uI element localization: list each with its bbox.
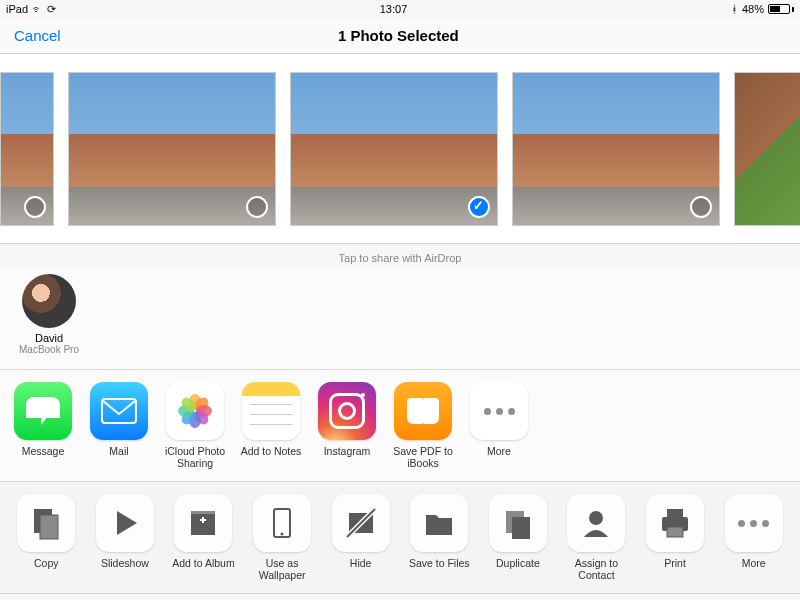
photo-thumbnail[interactable]: [734, 72, 800, 226]
app-label: Message: [12, 445, 74, 457]
photo-image: [68, 72, 276, 226]
play-icon: [96, 494, 154, 552]
files-icon: [410, 494, 468, 552]
action-label: Hide: [326, 557, 395, 569]
action-label: Save to Files: [405, 557, 474, 569]
svg-rect-0: [102, 399, 136, 423]
airdrop-row: David MacBook Pro: [0, 270, 800, 370]
svg-rect-14: [512, 517, 530, 539]
action-label: Use as Wallpaper: [248, 557, 317, 581]
page-title: 1 Photo Selected: [11, 27, 786, 44]
selection-indicator[interactable]: [468, 196, 490, 218]
notes-icon: [242, 382, 300, 440]
ibooks-icon: [394, 382, 452, 440]
airdrop-hint: Tap to share with AirDrop: [0, 244, 800, 270]
action-label: Duplicate: [484, 557, 553, 569]
action-files[interactable]: Save to Files: [405, 494, 474, 581]
photo-thumbnail[interactable]: [512, 72, 720, 226]
svg-rect-16: [667, 509, 683, 517]
clock: 13:07: [56, 3, 731, 15]
app-label: More: [468, 445, 530, 457]
action-label: More: [719, 557, 788, 569]
action-hide[interactable]: Hide: [326, 494, 395, 581]
copy-icon: [17, 494, 75, 552]
svg-rect-6: [202, 517, 204, 523]
device-label: iPad: [6, 3, 28, 15]
photo-thumbnail[interactable]: [68, 72, 276, 226]
share-app-mail[interactable]: Mail: [88, 382, 150, 469]
action-play[interactable]: Slideshow: [91, 494, 160, 581]
svg-point-9: [281, 533, 284, 536]
selection-indicator[interactable]: [246, 196, 268, 218]
action-label: Add to Album: [169, 557, 238, 569]
action-label: Copy: [12, 557, 81, 569]
svg-rect-7: [191, 511, 215, 514]
share-app-ibooks[interactable]: Save PDF to iBooks: [392, 382, 454, 469]
action-more[interactable]: More: [719, 494, 788, 581]
contact-icon: [567, 494, 625, 552]
sync-icon: ⟳: [47, 3, 56, 16]
action-copy[interactable]: Copy: [12, 494, 81, 581]
action-duplicate[interactable]: Duplicate: [484, 494, 553, 581]
share-app-instagram[interactable]: Instagram: [316, 382, 378, 469]
photo-thumbnail[interactable]: [0, 72, 54, 226]
share-apps-row: MessageMailiCloud Photo SharingAdd to No…: [0, 370, 800, 482]
duplicate-icon: [489, 494, 547, 552]
svg-point-15: [589, 511, 603, 525]
share-app-photos[interactable]: iCloud Photo Sharing: [164, 382, 226, 469]
action-label: Print: [641, 557, 710, 569]
wifi-icon: ᯤ: [32, 3, 43, 15]
wallpaper-icon: [253, 494, 311, 552]
photo-thumbnail[interactable]: [290, 72, 498, 226]
addalbum-icon: [174, 494, 232, 552]
status-bar: iPad ᯤ ⟳ 13:07 ᚼ 48%: [0, 0, 800, 18]
instagram-icon: [318, 382, 376, 440]
action-print[interactable]: Print: [641, 494, 710, 581]
selection-indicator[interactable]: [690, 196, 712, 218]
app-label: Add to Notes: [240, 445, 302, 457]
app-label: Mail: [88, 445, 150, 457]
photo-image: [734, 72, 800, 226]
nav-bar: Cancel 1 Photo Selected: [0, 18, 800, 54]
svg-rect-4: [191, 513, 215, 535]
more-icon: [470, 382, 528, 440]
battery-icon: [768, 4, 794, 14]
photo-image: [290, 72, 498, 226]
action-contact[interactable]: Assign to Contact: [562, 494, 631, 581]
svg-rect-2: [40, 515, 58, 539]
contact-name: David: [14, 332, 84, 344]
battery-pct: 48%: [742, 3, 764, 15]
message-icon: [14, 382, 72, 440]
app-label: Save PDF to iBooks: [392, 445, 454, 469]
selection-indicator[interactable]: [24, 196, 46, 218]
app-label: Instagram: [316, 445, 378, 457]
photo-image: [512, 72, 720, 226]
print-icon: [646, 494, 704, 552]
bluetooth-icon: ᚼ: [731, 3, 738, 15]
svg-rect-18: [667, 527, 683, 537]
action-addalbum[interactable]: Add to Album: [169, 494, 238, 581]
hide-icon: [332, 494, 390, 552]
more-icon: [725, 494, 783, 552]
share-app-notes[interactable]: Add to Notes: [240, 382, 302, 469]
app-label: iCloud Photo Sharing: [164, 445, 226, 469]
action-label: Slideshow: [91, 557, 160, 569]
action-wallpaper[interactable]: Use as Wallpaper: [248, 494, 317, 581]
mail-icon: [90, 382, 148, 440]
airdrop-contact[interactable]: David MacBook Pro: [14, 274, 84, 355]
contact-sub: MacBook Pro: [14, 344, 84, 355]
action-label: Assign to Contact: [562, 557, 631, 581]
actions-row: CopySlideshowAdd to AlbumUse as Wallpape…: [0, 482, 800, 594]
photos-icon: [166, 382, 224, 440]
photo-strip[interactable]: [0, 54, 800, 244]
avatar: [22, 274, 76, 328]
svg-marker-3: [117, 511, 137, 535]
share-app-more[interactable]: More: [468, 382, 530, 469]
share-app-message[interactable]: Message: [12, 382, 74, 469]
